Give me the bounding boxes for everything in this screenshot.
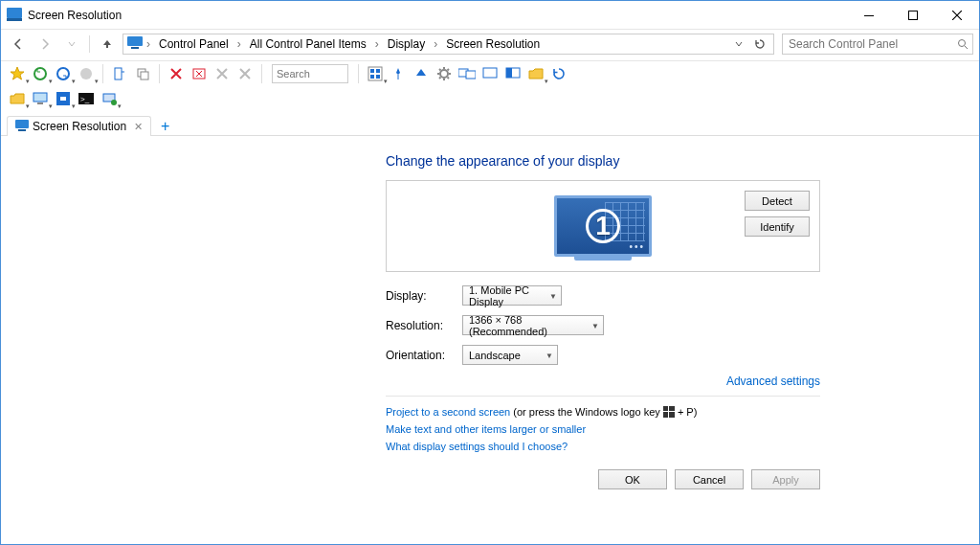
link-lines: Project to a second screen (or press the… bbox=[386, 406, 820, 452]
refresh-button[interactable] bbox=[750, 34, 769, 54]
view-icon[interactable]: ▾ bbox=[365, 63, 386, 84]
monitor-small-icon[interactable]: ▾ bbox=[30, 88, 51, 109]
minimize-button[interactable] bbox=[847, 1, 891, 30]
delete-disabled2-icon[interactable] bbox=[234, 63, 256, 84]
device-icon[interactable]: ▾ bbox=[99, 88, 120, 109]
svg-rect-49 bbox=[669, 412, 675, 418]
chevron-down-icon: ▼ bbox=[591, 321, 599, 329]
new-tab-button[interactable]: + bbox=[155, 118, 175, 135]
app-icon bbox=[7, 8, 22, 23]
svg-rect-18 bbox=[376, 69, 380, 73]
monitor-number: 1 bbox=[586, 209, 620, 243]
folder-refresh-icon[interactable]: ▾ bbox=[525, 63, 546, 84]
pin-icon[interactable] bbox=[388, 63, 409, 84]
advanced-settings-link[interactable]: Advanced settings bbox=[726, 375, 820, 388]
crumb-all-items[interactable]: All Control Panel Items bbox=[245, 36, 371, 52]
gear-icon[interactable] bbox=[434, 63, 455, 84]
toolbar-separator bbox=[358, 64, 359, 83]
chevron-right-icon: › bbox=[145, 37, 152, 51]
chevron-right-icon: › bbox=[432, 37, 439, 51]
form-row-resolution: Resolution: 1366 × 768 (Recommended) ▼ bbox=[386, 315, 820, 335]
which-settings-link[interactable]: What display settings should I choose? bbox=[386, 441, 568, 452]
search-input[interactable] bbox=[787, 36, 957, 52]
crumb-control-panel[interactable]: Control Panel bbox=[154, 36, 234, 52]
toolbar-separator bbox=[261, 64, 262, 83]
tab-close-button[interactable]: ✕ bbox=[134, 121, 143, 133]
detect-button[interactable]: Detect bbox=[745, 191, 810, 211]
orientation-select[interactable]: Landscape ▼ bbox=[462, 345, 558, 365]
up-arrow-icon[interactable] bbox=[411, 63, 432, 84]
svg-rect-5 bbox=[127, 36, 143, 46]
screens-icon[interactable] bbox=[457, 63, 478, 84]
address-bar[interactable]: › Control Panel › All Control Panel Item… bbox=[122, 34, 774, 55]
display-select[interactable]: 1. Mobile PC Display ▼ bbox=[462, 285, 562, 306]
search-icon bbox=[957, 38, 969, 50]
display-monitor-thumbnail[interactable]: 1 ••• bbox=[554, 195, 652, 257]
copy-icon[interactable] bbox=[132, 63, 153, 84]
orientation-select-value: Landscape bbox=[469, 350, 521, 361]
svg-rect-1 bbox=[7, 18, 22, 21]
back-button[interactable] bbox=[7, 33, 30, 56]
cancel-button[interactable]: Cancel bbox=[675, 469, 744, 489]
tool-1-icon[interactable] bbox=[109, 63, 130, 84]
svg-rect-48 bbox=[663, 412, 668, 418]
svg-rect-20 bbox=[376, 75, 380, 79]
resolution-select[interactable]: 1366 × 768 (Recommended) ▼ bbox=[462, 315, 604, 335]
project-hint-prefix: (or press the Windows logo key bbox=[513, 406, 663, 418]
ok-button[interactable]: OK bbox=[598, 469, 667, 489]
action-row: OK Cancel Apply bbox=[386, 469, 820, 489]
svg-rect-44 bbox=[15, 120, 29, 128]
project-hint-suffix: + P) bbox=[678, 406, 697, 418]
folder-small-icon[interactable]: ▾ bbox=[7, 88, 28, 109]
favorites-icon[interactable]: ▾ bbox=[7, 63, 28, 84]
svg-rect-46 bbox=[663, 406, 668, 411]
svg-rect-6 bbox=[131, 47, 139, 49]
page-heading: Change the appearance of your display bbox=[386, 153, 820, 169]
tab-screen-resolution[interactable]: Screen Resolution ✕ bbox=[7, 116, 151, 136]
close-button[interactable] bbox=[935, 1, 979, 30]
make-larger-link[interactable]: Make text and other items larger or smal… bbox=[386, 423, 586, 435]
tab-label: Screen Resolution bbox=[33, 120, 126, 133]
svg-rect-3 bbox=[909, 11, 918, 19]
titlebar: Screen Resolution bbox=[1, 1, 979, 30]
terminal-icon[interactable]: >_ bbox=[76, 88, 97, 109]
toolbar-1: ▾ ▾ ▾ ▾ ▾ ▾ bbox=[1, 61, 979, 86]
screen-split-icon[interactable] bbox=[502, 63, 523, 84]
maximize-button[interactable] bbox=[891, 1, 935, 30]
globe-disabled-icon[interactable]: ▾ bbox=[76, 63, 97, 84]
svg-rect-4 bbox=[106, 44, 108, 48]
control-panel-search[interactable] bbox=[782, 34, 973, 55]
svg-rect-17 bbox=[370, 69, 374, 73]
forward-button[interactable] bbox=[33, 33, 56, 56]
svg-point-7 bbox=[959, 40, 966, 47]
sync-blue-icon[interactable]: ▾ bbox=[53, 63, 74, 84]
resolution-select-value: 1366 × 768 (Recommended) bbox=[469, 314, 586, 337]
recent-dropdown[interactable] bbox=[60, 33, 83, 56]
chevron-down-icon: ▼ bbox=[546, 351, 553, 359]
address-dropdown[interactable] bbox=[729, 34, 748, 54]
project-link[interactable]: Project to a second screen bbox=[386, 406, 510, 418]
svg-rect-0 bbox=[7, 8, 22, 18]
toolbar-separator bbox=[159, 64, 160, 83]
label-resolution: Resolution: bbox=[386, 319, 462, 332]
identify-button[interactable]: Identify bbox=[745, 216, 810, 237]
sync-green-icon[interactable]: ▾ bbox=[30, 63, 51, 84]
refresh-icon[interactable] bbox=[548, 63, 569, 84]
delete-disabled-icon[interactable] bbox=[212, 63, 233, 84]
svg-rect-32 bbox=[466, 71, 476, 79]
screen-single-icon[interactable] bbox=[479, 63, 501, 84]
svg-point-22 bbox=[440, 70, 448, 78]
crumb-display[interactable]: Display bbox=[383, 36, 430, 52]
apply-button[interactable]: Apply bbox=[751, 469, 820, 489]
delete-icon[interactable] bbox=[166, 63, 187, 84]
toolbar-search-box[interactable] bbox=[272, 64, 348, 83]
panel: Change the appearance of your display 1 … bbox=[160, 153, 820, 544]
toolbar-search-input[interactable] bbox=[273, 65, 347, 82]
svg-rect-19 bbox=[370, 75, 374, 79]
crumb-screen-resolution[interactable]: Screen Resolution bbox=[441, 36, 545, 52]
svg-point-43 bbox=[111, 100, 117, 105]
blue-square-icon[interactable]: ▾ bbox=[53, 88, 74, 109]
up-button[interactable] bbox=[96, 33, 119, 56]
clear-list-icon[interactable] bbox=[189, 63, 210, 84]
svg-rect-12 bbox=[115, 68, 122, 79]
